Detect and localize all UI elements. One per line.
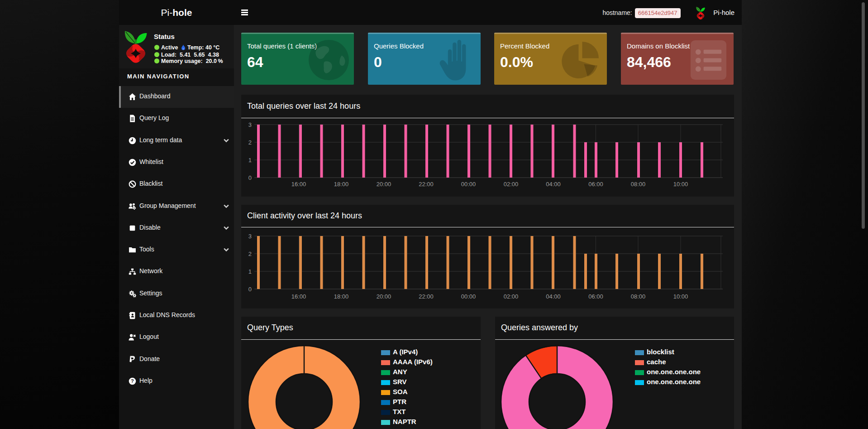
- svg-text:00:00: 00:00: [461, 181, 476, 188]
- svg-text:10:00: 10:00: [673, 293, 688, 300]
- svg-text:08:00: 08:00: [631, 181, 646, 188]
- svg-text:06:00: 06:00: [588, 293, 603, 300]
- svg-text:06:00: 06:00: [588, 181, 603, 188]
- svg-text:?: ?: [131, 378, 134, 384]
- svg-text:04:00: 04:00: [546, 293, 561, 300]
- svg-text:18:00: 18:00: [334, 293, 349, 300]
- svg-text:10:00: 10:00: [673, 181, 688, 188]
- svg-text:22:00: 22:00: [419, 293, 434, 300]
- svg-text:00:00: 00:00: [461, 293, 476, 300]
- svg-text:16:00: 16:00: [291, 293, 306, 300]
- svg-text:2: 2: [248, 139, 252, 146]
- svg-text:16:00: 16:00: [291, 181, 306, 188]
- svg-text:22:00: 22:00: [419, 181, 434, 188]
- svg-text:02:00: 02:00: [504, 181, 519, 188]
- svg-text:3: 3: [248, 121, 252, 128]
- svg-text:20:00: 20:00: [377, 181, 391, 188]
- svg-text:02:00: 02:00: [504, 293, 519, 300]
- svg-text:0: 0: [248, 286, 252, 293]
- svg-text:18:00: 18:00: [334, 181, 349, 188]
- svg-text:08:00: 08:00: [631, 293, 646, 300]
- svg-text:3: 3: [248, 233, 252, 240]
- svg-text:20:00: 20:00: [377, 293, 391, 300]
- svg-text:1: 1: [248, 268, 252, 275]
- svg-text:2: 2: [248, 251, 252, 257]
- svg-text:04:00: 04:00: [546, 181, 561, 188]
- svg-text:0: 0: [248, 174, 252, 181]
- svg-text:1: 1: [248, 157, 252, 164]
